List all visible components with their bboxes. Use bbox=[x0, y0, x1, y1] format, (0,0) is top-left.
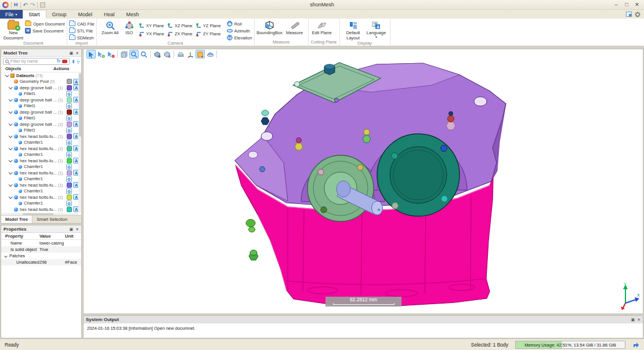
file-menu-button[interactable]: File▾ bbox=[0, 10, 23, 19]
property-row-patches[interactable]: Patches bbox=[1, 253, 81, 259]
xy-plane-button[interactable]: XY Plane bbox=[139, 23, 164, 28]
tree-root-datasets[interactable]: Datasets (73) bbox=[1, 72, 81, 79]
elevation-button[interactable]: Elevation bbox=[227, 35, 252, 41]
tree-item[interactable]: Geometry Pool(0)A bbox=[1, 79, 81, 85]
filter-input[interactable]: Filter by name T̽r bbox=[3, 58, 70, 65]
new-document-button[interactable]: New Document bbox=[2, 20, 25, 41]
expander-icon[interactable] bbox=[9, 146, 13, 150]
default-layout-button[interactable]: Default Layout bbox=[342, 20, 365, 41]
expander-icon[interactable] bbox=[9, 122, 13, 126]
yz-plane-button[interactable]: YZ Plane bbox=[196, 23, 221, 28]
tab-smart-selection[interactable]: Smart Selection bbox=[32, 216, 71, 223]
settings-gear-icon[interactable] bbox=[635, 12, 641, 17]
tree-subitem[interactable]: Fillet1G bbox=[1, 103, 81, 110]
color-swatch[interactable] bbox=[67, 97, 72, 103]
property-row-name[interactable]: Name lower-casing bbox=[1, 240, 81, 246]
expander-icon[interactable] bbox=[9, 85, 13, 89]
action-g-button[interactable]: G bbox=[66, 91, 72, 97]
clear-filter-icon[interactable] bbox=[62, 60, 67, 63]
action-g-button[interactable]: G bbox=[66, 140, 72, 145]
tree-subitem[interactable]: Fillet1G bbox=[1, 115, 81, 122]
axis-triad-icon[interactable] bbox=[186, 50, 195, 59]
tab-model-tree[interactable]: Model Tree bbox=[1, 216, 32, 223]
yx-plane-button[interactable]: YX Plane bbox=[139, 31, 164, 37]
action-g-button[interactable]: G bbox=[66, 127, 72, 133]
tree-item[interactable]: hex head bolts-fu...(1)A bbox=[1, 145, 81, 152]
property-row-is-solid[interactable]: Is solid object True bbox=[1, 246, 81, 253]
property-row-unallocated[interactable]: Unallocated 296 #Face bbox=[1, 259, 81, 265]
tree-item[interactable]: hex head bolts-fu...(1)A bbox=[1, 194, 81, 200]
tree-item[interactable]: hex head bolts-fu...(1)A bbox=[1, 206, 81, 213]
tree-subitem[interactable]: Chamfer1G bbox=[1, 176, 81, 183]
save-icon[interactable]: H bbox=[14, 2, 18, 8]
tree-item[interactable]: deep groove ball ...(1)A bbox=[1, 97, 81, 103]
color-swatch[interactable] bbox=[67, 122, 72, 127]
duplicate-icon[interactable] bbox=[120, 50, 129, 59]
zoom-window-icon[interactable] bbox=[129, 50, 139, 59]
open-document-button[interactable]: Open Document bbox=[25, 21, 65, 27]
notification-icon[interactable] bbox=[632, 341, 639, 348]
tree-item[interactable]: hex head bolts-fu...(1)A bbox=[1, 158, 81, 164]
zoom-dynamic-icon[interactable] bbox=[139, 50, 149, 59]
zy-plane-button[interactable]: ZY Plane bbox=[196, 31, 221, 37]
close-icon[interactable]: ✕ bbox=[632, 1, 642, 9]
expander-icon[interactable] bbox=[9, 110, 13, 114]
expander-icon[interactable] bbox=[9, 195, 13, 199]
stl-file-button[interactable]: STL File bbox=[69, 28, 95, 34]
minimize-icon[interactable]: – bbox=[612, 1, 621, 9]
edit-plane-button[interactable]: Edit Plane bbox=[310, 20, 334, 36]
action-g-button[interactable]: G bbox=[66, 188, 72, 194]
save-document-button[interactable]: HSave Document bbox=[25, 28, 65, 34]
language-button[interactable]: 文A Language ▾ bbox=[365, 20, 388, 39]
sdmesh-button[interactable]: SDMesh bbox=[69, 35, 95, 41]
color-swatch[interactable] bbox=[67, 85, 72, 90]
close-panel-icon[interactable]: ✕ bbox=[75, 50, 79, 56]
gearbox-model[interactable] bbox=[84, 49, 643, 314]
measure-button[interactable]: Measure bbox=[283, 20, 306, 36]
expander-icon[interactable] bbox=[5, 73, 9, 77]
expander-icon[interactable] bbox=[9, 97, 13, 101]
boundingbox-button[interactable]: BoundingBox bbox=[256, 20, 283, 36]
tree-subitem[interactable]: Chamfer1G bbox=[1, 164, 81, 170]
action-g-button[interactable]: G bbox=[66, 164, 72, 170]
undo-icon[interactable]: ↶ bbox=[23, 2, 28, 8]
color-swatch[interactable] bbox=[67, 207, 72, 212]
redo-icon[interactable]: ↷ bbox=[30, 2, 35, 8]
action-g-button[interactable]: G bbox=[66, 200, 72, 206]
tree-item[interactable]: hex head bolts-fu...(1)A bbox=[1, 182, 81, 188]
tree-item[interactable]: deep groove ball ...(1)A bbox=[1, 85, 81, 91]
xz-plane-button[interactable]: XZ Plane bbox=[168, 23, 193, 28]
tree-subitem[interactable]: Fillet1G bbox=[1, 127, 81, 134]
float-panel-icon[interactable]: ▣ bbox=[70, 50, 74, 56]
fit-view-icon[interactable] bbox=[176, 50, 185, 59]
text-filter-icon[interactable]: T̽r bbox=[56, 59, 60, 63]
action-g-button[interactable]: G bbox=[66, 115, 72, 121]
tree-item[interactable]: deep groove ball ...(1)A bbox=[1, 121, 81, 127]
color-swatch[interactable] bbox=[67, 183, 72, 188]
expander-icon[interactable] bbox=[9, 170, 13, 174]
tree-item[interactable]: deep groove ball ...(1)A bbox=[1, 109, 81, 115]
tree-subitem[interactable]: Chamfer1G bbox=[1, 188, 81, 195]
iso-view-button[interactable]: ISO bbox=[122, 20, 137, 36]
tab-start[interactable]: Start bbox=[23, 10, 46, 19]
tree-horizontal-scrollbar[interactable] bbox=[1, 213, 78, 215]
expander-icon[interactable] bbox=[9, 158, 13, 162]
roll-button[interactable]: Roll bbox=[227, 21, 252, 27]
maximize-icon[interactable]: □ bbox=[622, 1, 631, 9]
color-swatch[interactable] bbox=[67, 170, 72, 176]
color-swatch[interactable] bbox=[67, 110, 72, 115]
tab-mesh[interactable]: Mesh bbox=[121, 10, 145, 19]
tree-item[interactable]: hex head bolts-fu...(1)A bbox=[1, 133, 81, 140]
tree-vertical-scrollbar[interactable] bbox=[78, 72, 81, 213]
color-swatch[interactable] bbox=[67, 158, 72, 163]
float-panel-icon[interactable]: ▣ bbox=[70, 227, 74, 232]
cad-file-button[interactable]: CAD File bbox=[69, 21, 95, 27]
viewport-3d[interactable]: 82.2812 mm Y X bbox=[83, 49, 643, 314]
tab-heal[interactable]: Heal bbox=[98, 10, 121, 19]
expander-icon[interactable] bbox=[9, 134, 13, 138]
action-g-button[interactable]: G bbox=[66, 103, 72, 109]
color-swatch[interactable] bbox=[67, 79, 72, 84]
action-g-button[interactable]: G bbox=[66, 152, 72, 158]
hide-body-icon[interactable] bbox=[153, 50, 162, 59]
tree-subitem[interactable]: Chamfer1G bbox=[1, 140, 81, 146]
